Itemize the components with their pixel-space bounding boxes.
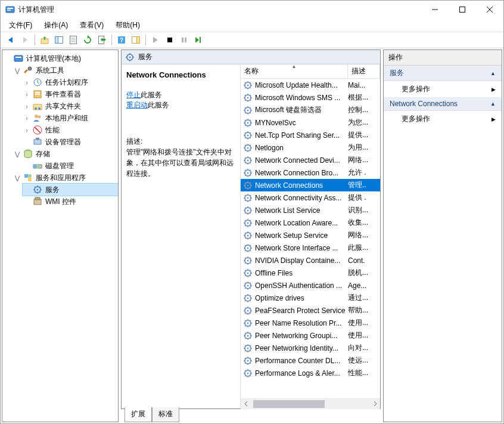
service-row[interactable]: Peer Networking Identity...向对... [241, 342, 380, 354]
service-row[interactable]: Netlogon为用... [241, 141, 380, 154]
tree-label: 设备管理器 [44, 137, 82, 147]
svg-point-73 [247, 209, 249, 211]
tree-event-viewer[interactable]: ›事件查看器 [23, 88, 118, 100]
stop-service-link[interactable]: 停止 [126, 91, 141, 99]
service-row[interactable]: MYNovelSvc为您... [241, 116, 380, 129]
forward-button[interactable] [18, 33, 32, 47]
scrollbar-thumb[interactable] [253, 400, 325, 408]
tree-panel[interactable]: 计算机管理(本地) ⋁ 系统工具 ›任务计划程序 ›事件查看器 [2, 49, 119, 422]
menu-help[interactable]: 帮助(H) [111, 19, 145, 32]
export-button[interactable] [95, 33, 108, 47]
service-row[interactable]: Microsoft 键盘筛选器控制... [241, 104, 380, 116]
service-row[interactable]: Optimize drives通过... [241, 292, 380, 304]
service-row[interactable]: Network Connections管理.. [241, 179, 380, 191]
service-row[interactable]: Performance Counter DL...使远... [241, 354, 380, 367]
service-row[interactable]: Network List Service识别... [241, 204, 380, 216]
tree-label: 共享文件夹 [44, 101, 82, 112]
service-row[interactable]: OpenSSH Authentication ...Age... [241, 279, 380, 292]
tree-disk-management[interactable]: 磁盘管理 [23, 160, 118, 172]
stop-service-button[interactable] [163, 33, 176, 47]
service-name-cell: Microsoft Update Health... [241, 81, 346, 90]
service-gear-icon [243, 318, 253, 328]
service-desc-cell: 使用... [346, 330, 371, 341]
tree-services[interactable]: 服务 [23, 184, 118, 196]
service-row[interactable]: PeaFSearch Protect Service帮助... [241, 304, 380, 317]
service-row[interactable]: Peer Name Resolution Pr...使用... [241, 317, 380, 329]
tree-root[interactable]: 计算机管理(本地) [4, 52, 118, 64]
actions-more-2[interactable]: 更多操作 ▶ [384, 111, 502, 127]
expander-icon[interactable]: ⋁ [13, 67, 21, 74]
tree-shared-folders[interactable]: ›共享文件夹 [23, 100, 118, 112]
tab-standard[interactable]: 标准 [152, 407, 179, 422]
svg-rect-9 [55, 37, 58, 44]
service-row[interactable]: Network Connected Devi...网络... [241, 154, 380, 166]
service-row[interactable]: Offline Files脱机... [241, 267, 380, 279]
expander-icon[interactable]: ⋁ [13, 151, 21, 157]
service-row[interactable]: Network Connection Bro...允许 . [241, 166, 380, 179]
service-row[interactable]: Peer Networking Groupi...使用... [241, 329, 380, 342]
tree-services-apps[interactable]: ⋁ 服务和应用程序 [13, 172, 118, 184]
service-row[interactable]: NVIDIA Display Containe...Cont. [241, 254, 380, 267]
expander-icon[interactable]: › [23, 115, 31, 122]
show-hide-action-button[interactable] [129, 33, 142, 47]
tree-task-scheduler[interactable]: ›任务计划程序 [23, 76, 118, 88]
service-row[interactable]: Microsoft Update Health...Mai... [241, 79, 380, 91]
help-button[interactable]: ? [115, 33, 128, 47]
start-service-button[interactable] [149, 33, 162, 47]
tab-extended[interactable]: 扩展 [125, 407, 152, 422]
storage-icon [23, 149, 33, 159]
list-body[interactable]: Microsoft Update Health...Mai...Microsof… [241, 79, 380, 398]
pause-service-button[interactable] [178, 33, 191, 47]
column-desc-header[interactable]: 描述 [348, 64, 380, 78]
expander-icon[interactable]: › [23, 79, 31, 86]
service-name-text: NVIDIA Display Containe... [255, 256, 340, 265]
actions-section-selected[interactable]: Network Connections ▲ [384, 97, 502, 111]
tree-device-manager[interactable]: 设备管理器 [23, 136, 118, 148]
service-name-cell: PeaFSearch Protect Service [241, 306, 346, 315]
tree-storage[interactable]: ⋁ 存储 [13, 148, 118, 160]
actions-more-1[interactable]: 更多操作 ▶ [384, 81, 502, 97]
service-name-text: Network Store Interface ... [255, 244, 338, 252]
restart-service-button[interactable] [192, 33, 205, 47]
actions-section-services[interactable]: 服务 ▲ [384, 66, 502, 81]
expander-icon[interactable]: › [23, 91, 31, 98]
scrollbar-track[interactable] [251, 399, 370, 409]
up-button[interactable] [38, 33, 51, 47]
svg-point-33 [35, 114, 38, 118]
menu-action[interactable]: 操作(A) [39, 19, 73, 32]
show-hide-tree-button[interactable] [52, 33, 66, 47]
expander-icon[interactable]: › [23, 127, 31, 134]
service-row[interactable]: Performance Logs & Aler...性能... [241, 367, 380, 379]
tree-performance[interactable]: ›性能 [23, 124, 118, 136]
horizontal-scrollbar[interactable] [241, 398, 380, 408]
tree-local-users[interactable]: ›本地用户和组 [23, 112, 118, 124]
tree-label: 系统工具 [35, 66, 66, 76]
expander-icon[interactable]: › [23, 103, 31, 110]
service-name-cell: Microsoft Windows SMS ... [241, 93, 346, 103]
column-name-header[interactable]: 名称 ▲ [241, 64, 348, 78]
maximize-button[interactable] [449, 1, 476, 18]
chevron-right-icon [373, 401, 378, 406]
actions-more-label: 更多操作 [402, 114, 430, 124]
service-row[interactable]: Network Setup Service网络... [241, 229, 380, 242]
menu-view[interactable]: 查看(V) [75, 19, 108, 32]
service-row[interactable]: Network Connectivity Ass...提供 . [241, 191, 380, 204]
service-row[interactable]: Network Location Aware...收集... [241, 216, 380, 229]
properties-button[interactable] [67, 33, 80, 47]
back-button[interactable] [4, 33, 17, 47]
expander-icon[interactable]: ⋁ [13, 175, 21, 181]
menu-file[interactable]: 文件(F) [4, 19, 37, 32]
service-row[interactable]: Microsoft Windows SMS ...根据... [241, 91, 380, 104]
close-button[interactable] [476, 1, 503, 18]
service-row[interactable]: Net.Tcp Port Sharing Ser...提供... [241, 129, 380, 141]
tree-wmi-control[interactable]: WMI 控件 [23, 196, 118, 208]
service-name-cell: Netlogon [241, 143, 346, 153]
restart-service-link[interactable]: 重启动 [126, 101, 148, 109]
scroll-right-button[interactable] [370, 399, 380, 409]
refresh-button[interactable] [81, 33, 94, 47]
scroll-left-button[interactable] [241, 399, 251, 409]
service-row[interactable]: Network Store Interface ...此服... [241, 242, 380, 254]
svg-point-81 [247, 259, 249, 261]
minimize-button[interactable] [421, 1, 449, 18]
tree-system-tools[interactable]: ⋁ 系统工具 [13, 64, 118, 76]
